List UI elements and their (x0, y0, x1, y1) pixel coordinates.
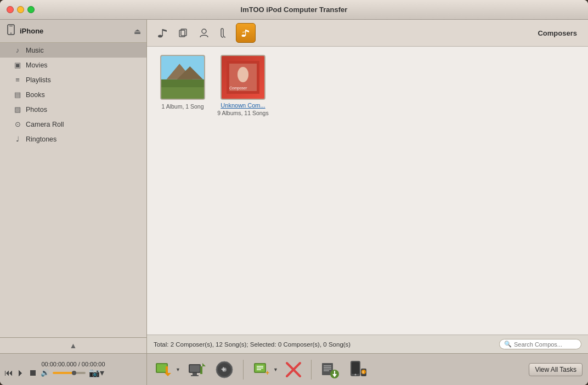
svg-text:Composer: Composer (229, 86, 247, 90)
tab-composers[interactable] (236, 23, 256, 43)
svg-rect-27 (191, 375, 199, 376)
svg-rect-23 (166, 366, 168, 373)
content-toolbar: Composers (147, 20, 588, 47)
svg-text:+: + (265, 369, 269, 377)
playback-controls: ⏮ ⏵ ⏹ 🔊 📷▾ (4, 367, 142, 378)
device-info-button[interactable]: i (346, 358, 370, 382)
delete-button[interactable] (282, 359, 304, 381)
maximize-button[interactable] (27, 6, 35, 13)
sidebar-bottom: ▲ (0, 337, 146, 353)
bottom-bar: 00:00:00.000 / 00:00:00 ⏮ ⏵ ⏹ 🔊 📷▾ (0, 353, 588, 385)
toolbar-active-label: Composers (538, 29, 583, 37)
add-song-button[interactable]: + (212, 358, 236, 382)
minimize-button[interactable] (17, 6, 24, 13)
collapse-button[interactable]: ▲ (70, 341, 77, 350)
sidebar: iPhone ⏏ ♪ Music ▣ Movies ≡ Playlists ▤ (0, 20, 147, 353)
svg-point-3 (158, 35, 162, 38)
volume-slider[interactable] (53, 372, 86, 374)
playlists-icon: ≡ (13, 76, 22, 84)
play-button[interactable]: ⏵ (16, 368, 25, 378)
svg-text:i: i (363, 370, 364, 373)
svg-point-7 (202, 29, 206, 33)
device-name: iPhone (20, 27, 134, 35)
sidebar-nav: ♪ Music ▣ Movies ≡ Playlists ▤ Books ▨ (0, 43, 146, 337)
status-bar: Total: 2 Composer(s), 12 Song(s); Select… (147, 335, 588, 353)
composer-info-1: 1 Album, 1 Song (161, 103, 203, 110)
svg-rect-25 (190, 365, 200, 372)
svg-marker-22 (165, 373, 171, 376)
close-button[interactable] (7, 6, 14, 13)
books-icon: ▤ (13, 90, 22, 99)
content-area: 1 Album, 1 Song Composer Un (147, 47, 588, 335)
volume-icon: 🔊 (41, 369, 49, 377)
action-bar: ▼ + (147, 354, 588, 385)
tab-albums[interactable] (173, 23, 193, 43)
sidebar-label-music: Music (26, 47, 44, 54)
sidebar-item-ringtones[interactable]: ♩ Ringtones (0, 132, 146, 146)
sidebar-label-books: Books (26, 91, 45, 99)
svg-rect-29 (200, 366, 202, 374)
svg-marker-28 (202, 363, 206, 366)
photos-icon: ▨ (13, 105, 22, 114)
search-input[interactable] (514, 341, 574, 348)
status-text: Total: 2 Composer(s), 12 Song(s); Select… (154, 341, 499, 348)
sidebar-item-playlists[interactable]: ≡ Playlists (0, 72, 146, 87)
search-box[interactable]: 🔍 (499, 339, 581, 349)
eject-icon[interactable]: ⏏ (134, 27, 141, 36)
right-panel: Composers 1 Album, 1 Song (147, 20, 588, 353)
svg-line-10 (242, 32, 245, 32)
playback-bar: 00:00:00.000 / 00:00:00 ⏮ ⏵ ⏹ 🔊 📷▾ (0, 354, 147, 385)
composer-item-2[interactable]: Composer Unknown Com... 9 Albums, 11 Son… (216, 55, 270, 116)
svg-rect-26 (193, 373, 197, 375)
sidebar-item-books[interactable]: ▤ Books (0, 87, 146, 102)
device-icon (5, 24, 16, 38)
svg-point-53 (354, 373, 356, 375)
export-list-button[interactable] (318, 358, 342, 382)
composer-name-2: Unknown Com... (220, 102, 265, 109)
separator-2 (311, 360, 312, 380)
music-icon: ♪ (13, 46, 22, 54)
rewind-button[interactable]: ⏮ (4, 368, 13, 378)
app-window: ImTOO iPod Computer Transfer iPhone ⏏ ♪ … (0, 0, 588, 385)
movies-icon: ▣ (13, 61, 22, 69)
view-all-tasks-button[interactable]: View All Tasks (529, 363, 583, 376)
svg-point-8 (242, 35, 246, 37)
svg-point-18 (238, 67, 248, 82)
sidebar-item-camera-roll[interactable]: ⊙ Camera Roll (0, 117, 146, 132)
sidebar-item-movies[interactable]: ▣ Movies (0, 58, 146, 72)
separator-1 (243, 360, 244, 380)
sidebar-label-photos: Photos (26, 106, 47, 114)
stop-button[interactable]: ⏹ (29, 368, 37, 378)
window-controls (7, 6, 35, 13)
svg-rect-52 (352, 362, 359, 374)
window-title: ImTOO iPod Computer Transfer (241, 5, 348, 14)
sidebar-label-camera-roll: Camera Roll (26, 121, 64, 128)
svg-rect-4 (162, 29, 163, 36)
search-icon: 🔍 (504, 341, 512, 348)
add-to-device-button[interactable]: ▼ (152, 358, 182, 382)
add-playlist-button[interactable]: + ▼ (250, 358, 279, 382)
ringtones-icon: ♩ (13, 135, 22, 143)
composer-item-1[interactable]: 1 Album, 1 Song (155, 55, 210, 116)
svg-text:+: + (221, 365, 225, 373)
composer-info-2: 9 Albums, 11 Songs (217, 110, 268, 116)
svg-rect-15 (161, 87, 204, 99)
sidebar-item-music[interactable]: ♪ Music (0, 43, 146, 58)
transfer-to-pc-button[interactable] (185, 358, 209, 382)
tab-songs[interactable] (152, 23, 172, 43)
time-display: 00:00:00.000 / 00:00:00 (4, 361, 142, 367)
main-content: iPhone ⏏ ♪ Music ▣ Movies ≡ Playlists ▤ (0, 20, 588, 353)
camera-roll-icon: ⊙ (13, 120, 22, 128)
sidebar-label-playlists: Playlists (26, 76, 51, 84)
tab-genres[interactable] (215, 23, 235, 43)
svg-point-1 (10, 33, 12, 34)
sidebar-item-photos[interactable]: ▨ Photos (0, 102, 146, 117)
tab-artists[interactable] (194, 23, 214, 43)
sidebar-label-ringtones: Ringtones (26, 135, 56, 143)
composer-thumb-1 (160, 55, 205, 100)
svg-rect-2 (9, 26, 13, 26)
titlebar: ImTOO iPod Computer Transfer (0, 0, 588, 20)
device-header: iPhone ⏏ (0, 20, 146, 43)
svg-rect-21 (157, 364, 167, 372)
screenshot-button[interactable]: 📷▾ (89, 367, 104, 378)
